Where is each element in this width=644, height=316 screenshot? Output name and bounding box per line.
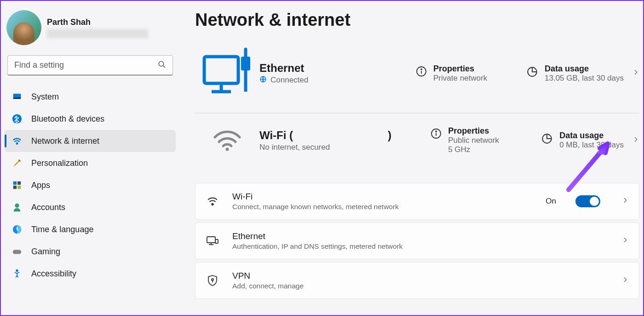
ethernet-data-usage[interactable]: Data usage 13.05 GB, last 30 days <box>526 64 624 83</box>
svg-point-15 <box>16 270 18 272</box>
properties-sub: Private network <box>433 74 487 83</box>
search-icon <box>158 60 166 70</box>
ethernet-properties[interactable]: Properties Private network <box>416 64 526 83</box>
properties-title: Properties <box>448 126 499 136</box>
sidebar-item-system[interactable]: System <box>5 86 176 108</box>
ethernet-settings-card[interactable]: Ethernet Authentication, IP and DNS sett… <box>195 222 639 259</box>
card-sub: Authentication, IP and DNS settings, met… <box>232 242 600 251</box>
sidebar-item-network[interactable]: Network & internet <box>5 130 176 152</box>
svg-rect-8 <box>13 186 17 189</box>
bluetooth-icon <box>12 114 22 124</box>
search-input[interactable] <box>14 60 158 70</box>
svg-point-5 <box>17 143 18 144</box>
card-title: VPN <box>232 271 600 281</box>
wifi-icon <box>12 136 22 146</box>
vpn-icon <box>206 275 219 287</box>
card-title: Wi-Fi <box>232 192 533 202</box>
page-title: Network & internet <box>195 10 639 30</box>
card-sub: Connect, manage known networks, metered … <box>232 203 533 211</box>
chevron-right-icon[interactable] <box>621 236 629 246</box>
chevron-right-icon[interactable] <box>621 197 629 206</box>
sidebar-item-accessibility[interactable]: Accessibility <box>5 263 176 285</box>
svg-rect-9 <box>17 186 21 189</box>
sidebar-item-label: Accounts <box>31 203 65 212</box>
wifi-toggle[interactable] <box>575 195 600 207</box>
chevron-right-icon[interactable] <box>632 69 639 78</box>
sidebar-item-bluetooth[interactable]: Bluetooth & devices <box>5 108 176 130</box>
sidebar: Parth Shah System Bluetooth & devices Ne… <box>1 1 179 315</box>
chevron-right-icon[interactable] <box>632 136 639 145</box>
svg-point-13 <box>14 252 16 253</box>
accounts-icon <box>12 202 22 212</box>
sidebar-item-label: Accessibility <box>31 269 76 279</box>
wifi-properties[interactable]: Properties Public network 5 GHz <box>431 126 541 154</box>
sidebar-item-label: Personalization <box>31 158 88 168</box>
data-usage-icon <box>526 66 538 80</box>
ethernet-large-icon <box>195 46 259 101</box>
accessibility-icon <box>12 269 22 279</box>
svg-rect-16 <box>204 57 238 83</box>
globe-icon <box>259 76 267 85</box>
wifi-large-icon <box>195 129 259 152</box>
main-content: Network & internet Ethernet Connected <box>179 1 643 315</box>
svg-point-24 <box>421 69 422 70</box>
ethernet-icon <box>206 235 219 246</box>
svg-rect-7 <box>17 181 21 185</box>
sidebar-item-label: Apps <box>31 181 50 190</box>
properties-title: Properties <box>433 64 487 74</box>
svg-point-0 <box>159 61 164 66</box>
usage-title: Data usage <box>559 131 624 140</box>
svg-point-31 <box>212 204 213 205</box>
time-icon <box>12 224 22 234</box>
usage-sub: 13.05 GB, last 30 days <box>545 74 624 83</box>
sidebar-item-accounts[interactable]: Accounts <box>5 196 176 218</box>
user-account[interactable]: Parth Shah <box>5 6 176 53</box>
svg-rect-3 <box>13 98 21 99</box>
properties-sub2: 5 GHz <box>448 145 499 154</box>
svg-point-29 <box>436 131 437 132</box>
user-email-redacted <box>47 29 148 38</box>
svg-rect-6 <box>13 181 17 185</box>
svg-rect-19 <box>241 57 250 70</box>
sidebar-item-label: Network & internet <box>31 136 99 146</box>
info-icon <box>431 128 442 141</box>
svg-rect-12 <box>13 250 21 254</box>
card-sub: Add, connect, manage <box>232 282 600 290</box>
sidebar-item-label: Gaming <box>31 247 60 257</box>
vpn-settings-card[interactable]: VPN Add, connect, manage <box>195 262 639 299</box>
svg-rect-32 <box>207 237 215 243</box>
usage-sub: 0 MB, last 30 days <box>559 140 624 150</box>
sidebar-item-label: Time & language <box>31 225 93 234</box>
properties-sub: Public network <box>448 136 499 145</box>
user-name: Parth Shah <box>47 18 148 27</box>
data-usage-icon <box>541 133 553 146</box>
svg-point-14 <box>18 252 20 253</box>
wifi-title: Wi-Fi ( ) <box>259 129 431 142</box>
sidebar-item-label: System <box>31 92 59 102</box>
wifi-icon <box>206 195 219 207</box>
paintbrush-icon <box>12 158 22 168</box>
search-box[interactable] <box>7 55 173 76</box>
usage-title: Data usage <box>545 64 624 74</box>
svg-point-36 <box>212 279 213 281</box>
wifi-connection-row: Wi-Fi ( ) No internet, secured Propertie… <box>195 113 639 166</box>
sidebar-item-personalization[interactable]: Personalization <box>5 152 176 174</box>
gaming-icon <box>12 246 22 257</box>
sidebar-item-label: Bluetooth & devices <box>31 114 104 124</box>
card-title: Ethernet <box>232 231 600 241</box>
ethernet-connection-row: Ethernet Connected Properties Private ne… <box>195 38 639 113</box>
wifi-status: No internet, secured <box>259 143 431 152</box>
info-icon <box>416 66 427 79</box>
sidebar-item-apps[interactable]: Apps <box>5 174 176 196</box>
svg-point-26 <box>226 147 229 151</box>
svg-line-1 <box>163 65 165 68</box>
sidebar-item-gaming[interactable]: Gaming <box>5 240 176 263</box>
svg-point-10 <box>15 204 19 208</box>
sidebar-item-time[interactable]: Time & language <box>5 218 176 240</box>
chevron-right-icon[interactable] <box>621 276 629 285</box>
avatar <box>6 10 41 45</box>
ethernet-title: Ethernet <box>259 62 416 75</box>
wifi-settings-card[interactable]: Wi-Fi Connect, manage known networks, me… <box>195 183 639 220</box>
wifi-data-usage[interactable]: Data usage 0 MB, last 30 days <box>541 131 624 150</box>
toggle-label: On <box>546 197 556 206</box>
